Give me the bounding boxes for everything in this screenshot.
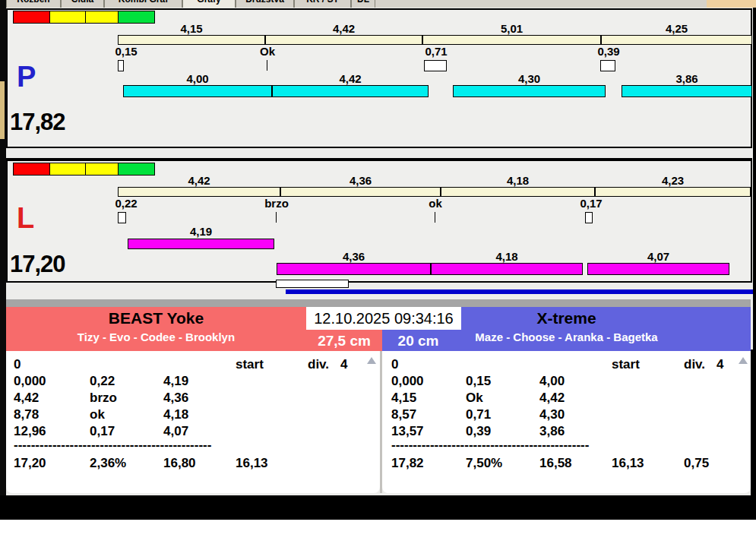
table-left-cell: 4,19 bbox=[163, 374, 188, 389]
table-right-h4: start bbox=[612, 357, 640, 372]
table-left-cell: 4,18 bbox=[163, 407, 188, 422]
left-edge-tan-mark bbox=[0, 81, 5, 139]
table-left-cell: 0,22 bbox=[90, 374, 115, 389]
table-right-cell: 3,86 bbox=[539, 424, 565, 439]
table-left-cell: 4,07 bbox=[163, 424, 188, 439]
table-right-h6: 4 bbox=[716, 357, 723, 372]
app-window: RozbehCidlaKombi GrafGrafyDružstvaKR / S… bbox=[0, 0, 756, 544]
desktop-below-window bbox=[0, 520, 756, 544]
table-left-h4: start bbox=[236, 357, 264, 372]
table-left-cell: ok bbox=[90, 407, 105, 422]
table-cells: 0startdiv.40,0000,224,194,42brzo4,368,78… bbox=[0, 0, 756, 544]
table-right-cell: 0,000 bbox=[391, 374, 424, 389]
table-right-total: 17,82 bbox=[391, 456, 424, 471]
table-right-cell: 0,39 bbox=[466, 424, 491, 439]
table-right-cell: 4,15 bbox=[391, 391, 416, 406]
table-right-h5: div. bbox=[684, 357, 705, 372]
table-left-cell: 4,36 bbox=[163, 391, 188, 406]
table-right-total: 0,75 bbox=[684, 456, 709, 471]
table-left-total: 16,13 bbox=[236, 456, 268, 471]
table-right-total: 16,13 bbox=[612, 456, 644, 471]
table-left-cell: brzo bbox=[90, 391, 117, 406]
table-right-cell: 8,57 bbox=[391, 407, 416, 422]
table-right-total: 16,58 bbox=[539, 456, 572, 471]
table-left-total: 2,36% bbox=[90, 456, 126, 471]
table-left-cell: 0,000 bbox=[14, 374, 46, 389]
window-left-edge bbox=[0, 0, 6, 495]
table-right-cell: 0,15 bbox=[466, 374, 491, 389]
table-left-h5: div. bbox=[308, 357, 329, 372]
table-right-cell: 4,42 bbox=[539, 391, 565, 406]
table-right-cell: 0,71 bbox=[466, 407, 491, 422]
table-right-h1: 0 bbox=[391, 357, 398, 372]
table-left-cell: 4,42 bbox=[14, 391, 39, 406]
table-right-separator: ----------------------------------------… bbox=[391, 438, 601, 453]
table-left-h6: 4 bbox=[340, 357, 347, 372]
table-left-total: 17,20 bbox=[14, 456, 46, 471]
window-right-edge-lower bbox=[751, 349, 756, 520]
table-right-cell: Ok bbox=[466, 391, 483, 406]
table-right-cell: 4,00 bbox=[539, 374, 565, 389]
table-right-cell: 13,57 bbox=[391, 424, 424, 439]
table-left-separator: ----------------------------------------… bbox=[14, 438, 223, 453]
table-right-total: 7,50% bbox=[466, 456, 502, 471]
table-right-cell: 4,30 bbox=[539, 407, 565, 422]
table-left-cell: 12,96 bbox=[14, 424, 46, 439]
table-left-total: 16,80 bbox=[163, 456, 196, 471]
table-left-h1: 0 bbox=[14, 357, 21, 372]
window-bottom-band bbox=[0, 495, 756, 520]
table-left-cell: 0,17 bbox=[90, 424, 115, 439]
table-left-cell: 8,78 bbox=[14, 407, 39, 422]
